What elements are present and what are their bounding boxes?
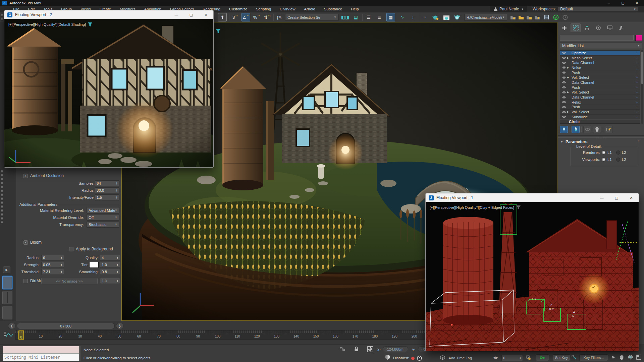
minimize-button[interactable]: ─: [602, 0, 616, 6]
layer-explorer-icon[interactable]: ≣: [375, 13, 384, 21]
expand-arrow-icon[interactable]: ▶: [567, 111, 572, 113]
viewport-layout-single-button[interactable]: [2, 276, 12, 289]
rendered-frame-window-icon[interactable]: [442, 13, 451, 21]
close-button[interactable]: ✕: [199, 10, 213, 19]
absolute-offset-toggle-icon[interactable]: [367, 346, 373, 352]
modifier-list-dropdown[interactable]: Modifier List▼: [560, 43, 642, 49]
render-production-icon[interactable]: [453, 13, 462, 21]
intensity-fade-field[interactable]: 1.5▲▼: [95, 194, 119, 200]
safe-scene-shield-icon[interactable]: [385, 355, 390, 360]
account-dropdown[interactable]: Paul Neale ▼: [490, 6, 527, 12]
modifier-stack-item[interactable]: ▶Mesh Select⠡⠄: [560, 56, 640, 61]
spinner-snap-toggle-icon[interactable]: ⇅◠: [263, 13, 272, 21]
ambient-occlusion-checkbox[interactable]: ✓: [23, 174, 28, 178]
playback-step-icons[interactable]: ◀▶: [493, 356, 498, 359]
parameters-rollout-header[interactable]: ▼Parameters: [560, 139, 587, 144]
key-mode-toggle-icon[interactable]: [572, 355, 577, 360]
mirror-icon[interactable]: ◧◨: [341, 13, 350, 21]
visibility-eye-icon[interactable]: [562, 81, 567, 84]
threshold-field[interactable]: 7.31▲▼: [41, 269, 64, 275]
transparency-dropdown[interactable]: Stochastic▼: [87, 221, 119, 228]
safe-scene-check-icon[interactable]: [551, 13, 560, 21]
menu-item-civilview[interactable]: CivilView: [275, 7, 300, 11]
modifier-stack-item[interactable]: Subdivide⠡⠄: [560, 115, 640, 119]
expand-arrow-icon[interactable]: ▶: [567, 57, 572, 59]
mini-curve-editor-icon[interactable]: [3, 331, 13, 339]
pan-hand-icon[interactable]: [619, 355, 624, 360]
visibility-eye-icon[interactable]: [562, 51, 567, 54]
expand-panel-button[interactable]: ▶: [3, 266, 10, 273]
material-rendering-level-dropdown[interactable]: Advanced Material▼: [87, 207, 119, 214]
visibility-eye-icon[interactable]: [562, 61, 567, 64]
viewports-l2-radio[interactable]: [616, 158, 620, 162]
viewports-l1-radio[interactable]: [602, 158, 606, 162]
menu-item-substance[interactable]: Substance: [320, 7, 346, 11]
expand-arrow-icon[interactable]: ▶: [567, 66, 572, 69]
viewport-filter-funnel-icon[interactable]: [88, 22, 92, 26]
modifier-stack-item[interactable]: Push⠡⠄: [560, 70, 640, 75]
modifier-stack-item[interactable]: Push⠡⠄: [560, 105, 640, 110]
statusbar-dock-handle[interactable]: [0, 347, 2, 360]
visibility-eye-icon[interactable]: [562, 91, 567, 94]
remove-modifier-button[interactable]: [593, 126, 601, 133]
modifier-stack-item[interactable]: Data Channel⠡⠄: [560, 95, 640, 100]
next-frame-button[interactable]: ❯: [116, 323, 123, 329]
import-scene-icon[interactable]: [509, 13, 517, 21]
tint-strength-field[interactable]: 1.0▲▼: [100, 262, 120, 268]
viewport-2-label[interactable]: [+][Perspective][High Quality*][Default …: [8, 22, 92, 26]
renderer-l1-radio[interactable]: [602, 150, 606, 155]
stack-scrollbar[interactable]: [641, 50, 643, 124]
maximize-viewport-toggle-icon[interactable]: [636, 355, 641, 360]
rollout-splitter[interactable]: [558, 135, 644, 138]
modifier-stack-item[interactable]: ▶Noise⠡⠄: [560, 65, 640, 70]
apply-to-background-checkbox[interactable]: ✓: [69, 247, 73, 251]
utilities-tab-icon[interactable]: [616, 23, 626, 32]
base-object-row[interactable]: Circle: [560, 120, 640, 124]
ribbon-toggle-icon[interactable]: ▦: [386, 13, 395, 21]
make-unique-button[interactable]: [583, 126, 591, 133]
shortcut-override-button[interactable]: ⬆: [218, 13, 227, 21]
zoom-mode-icon[interactable]: [611, 355, 616, 360]
bloom-radius-field[interactable]: 6▲▼: [41, 255, 64, 261]
expand-arrow-icon[interactable]: ▶: [567, 91, 572, 94]
current-frame-spinner[interactable]: 0▲▼: [501, 355, 523, 361]
tint-color-swatch[interactable]: [89, 262, 99, 268]
angle-snap-toggle-icon[interactable]: ∠◠: [241, 13, 250, 21]
modify-tab-icon[interactable]: [571, 23, 581, 32]
visibility-eye-icon[interactable]: [562, 115, 567, 118]
menu-item-customize[interactable]: Customize: [225, 7, 252, 11]
menu-item-scripting[interactable]: Scripting: [252, 7, 275, 11]
listener-macro-row[interactable]: [3, 346, 79, 354]
floating-viewport-2-window[interactable]: 3 Floating Viewport - 2 — ▢ ✕ [+][Perspe…: [4, 10, 214, 168]
panel-dock-handle[interactable]: [1, 170, 3, 223]
viewport-filter-funnel-icon[interactable]: [516, 205, 521, 209]
dirtmap-image-button[interactable]: << No image >>: [41, 278, 98, 284]
modifier-stack-item[interactable]: Data Channel⠡⠄: [560, 80, 640, 85]
floating-viewport-2-canvas[interactable]: [+][Perspective][High Quality*][Default …: [4, 19, 213, 167]
modifier-stack-item[interactable]: ▶Vol. Select⠡⠄: [560, 90, 640, 95]
maxscript-mini-listener[interactable]: Scripting Mini Listener: [3, 346, 79, 361]
close-button[interactable]: ✕: [624, 193, 639, 202]
visibility-eye-icon[interactable]: [562, 96, 567, 99]
workspace-dropdown[interactable]: Default ▼: [558, 6, 638, 12]
menu-item-arnold[interactable]: Arnold: [300, 7, 320, 11]
visibility-eye-icon[interactable]: [562, 111, 567, 114]
floating-viewport-1-titlebar[interactable]: 3 Floating Viewport - 1 — ▢ ✕: [426, 193, 639, 202]
percent-snap-toggle-icon[interactable]: %◠: [252, 13, 261, 21]
object-color-swatch[interactable]: [635, 35, 642, 41]
viewport-filter-funnel-icon[interactable]: [216, 29, 220, 34]
modifier-stack-item[interactable]: Optimize⠡⠄: [560, 51, 640, 56]
motion-tab-icon[interactable]: [593, 23, 603, 32]
menu-item-help[interactable]: Help: [346, 7, 363, 11]
viewport-layout-split-button[interactable]: [2, 291, 12, 304]
show-end-result-button[interactable]: [572, 126, 580, 133]
smoothing-field[interactable]: 0.8▲▼: [100, 269, 120, 275]
modifier-stack-item[interactable]: ▶Vol. Select⠡⠄: [560, 110, 640, 115]
visibility-eye-icon[interactable]: [562, 106, 567, 109]
isolate-selection-icon[interactable]: [339, 347, 345, 352]
material-editor-icon[interactable]: ⁘: [421, 13, 429, 21]
previous-frame-button[interactable]: ❮: [8, 323, 15, 329]
visibility-eye-icon[interactable]: [562, 101, 567, 104]
samples-field[interactable]: 64▲▼: [95, 180, 119, 186]
align-icon[interactable]: ⬓: [352, 13, 360, 21]
